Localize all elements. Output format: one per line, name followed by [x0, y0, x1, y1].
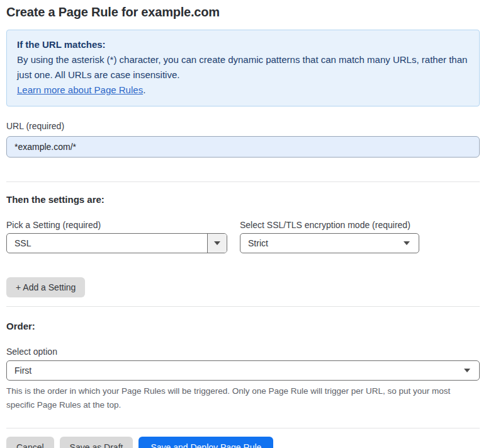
settings-labels-row: Pick a Setting (required) Select SSL/TLS…	[6, 220, 480, 230]
settings-section-heading: Then the settings are:	[6, 194, 480, 205]
url-match-info-callout: If the URL matches: By using the asteris…	[6, 30, 480, 106]
cancel-button[interactable]: Cancel	[6, 437, 54, 448]
encryption-mode-select[interactable]: Strict	[240, 233, 419, 253]
settings-selects-row: SSL Strict	[6, 233, 480, 253]
order-select[interactable]: First	[6, 360, 480, 381]
info-callout-heading: If the URL matches:	[17, 37, 469, 52]
info-callout-body: By using the asterisk (*) character, you…	[17, 52, 469, 83]
pick-setting-select[interactable]: SSL	[6, 233, 227, 253]
url-input[interactable]	[6, 136, 480, 158]
section-divider	[6, 306, 480, 307]
save-and-deploy-button[interactable]: Save and Deploy Page Rule	[138, 437, 273, 448]
page-title: Create a Page Rule for example.com	[6, 5, 480, 20]
chevron-down-icon	[464, 369, 470, 372]
pick-setting-selected-value: SSL	[7, 238, 207, 248]
encryption-mode-selected-value: Strict	[240, 238, 404, 248]
learn-more-link[interactable]: Learn more about Page Rules	[17, 84, 143, 95]
footer-actions: Cancel Save as Draft Save and Deploy Pag…	[6, 437, 480, 448]
footer-divider	[6, 428, 480, 428]
order-select-label: Select option	[6, 347, 480, 357]
url-field-label: URL (required)	[6, 121, 480, 131]
order-help-text: This is the order in which your Page Rul…	[6, 384, 480, 412]
order-section-heading: Order:	[6, 321, 480, 331]
pick-setting-dropdown-button[interactable]	[207, 234, 227, 253]
encryption-mode-label: Select SSL/TLS encryption mode (required…	[240, 220, 419, 230]
order-selected-value: First	[7, 365, 464, 376]
add-setting-button[interactable]: + Add a Setting	[6, 277, 85, 297]
section-divider	[6, 181, 480, 182]
chevron-down-icon	[214, 241, 220, 245]
create-page-rule-form: Create a Page Rule for example.com If th…	[0, 0, 486, 448]
pick-setting-label: Pick a Setting (required)	[6, 220, 227, 230]
chevron-down-icon	[404, 241, 410, 245]
save-as-draft-button[interactable]: Save as Draft	[60, 437, 133, 448]
link-suffix-text: .	[143, 84, 145, 95]
info-callout-link-line: Learn more about Page Rules.	[17, 83, 469, 98]
